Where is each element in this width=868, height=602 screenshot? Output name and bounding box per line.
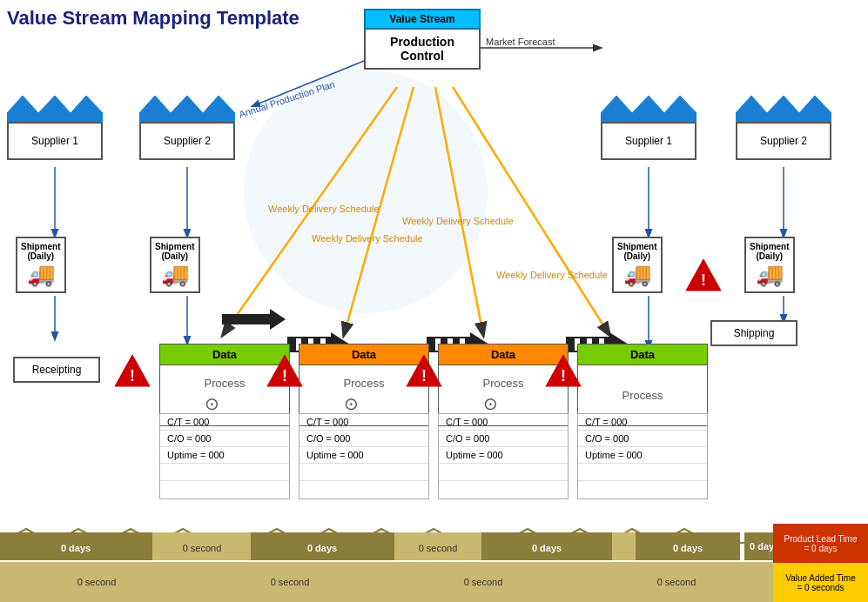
warning-triangle-3: ! [544,353,582,391]
receipting-box: Receipting [13,357,100,383]
production-control-box: Value Stream Production Control [364,9,481,70]
svg-text:!: ! [701,271,706,289]
data-box-2-extra2 [299,481,428,498]
supplier-right-1: Supplier 1 [601,89,696,160]
page-title: Value Stream Mapping Template [7,7,299,30]
weekly-delivery-3: Weekly Delivery Schedule [402,216,514,226]
truck-icon-left-2: 🚚 [155,261,195,288]
data-box-2-uptime: Uptime = 000 [299,447,428,464]
svg-text:0 second: 0 second [419,543,458,553]
data-box-2-extra1 [299,464,428,481]
svg-marker-14 [7,96,103,122]
supplier-right-2-body: Supplier 2 [736,122,831,160]
timeline-top: 0 days 0 days 0 days 0 days 0 second 0 s… [0,524,773,562]
svg-text:0 days: 0 days [307,543,337,553]
process-4-header: Data [577,344,708,365]
truck-icon-right-2: 🚚 [750,261,790,288]
truck-icon-right-1: 🚚 [617,261,657,288]
warning-triangle-0: ! [113,353,151,391]
shipment-right-2: Shipment(Daily) 🚚 [744,237,795,293]
svg-text:0 second: 0 second [183,543,222,553]
data-box-2-ct: C/T = 000 [299,414,428,431]
data-box-4-extra2 [578,481,707,498]
data-box-1-co: C/O = 000 [160,431,289,447]
factory-roof-svg [7,89,103,122]
shipping-box: Shipping [710,320,797,346]
supplier-left-2: Supplier 2 [139,89,235,160]
data-box-3-ct: C/T = 000 [439,414,568,431]
factory-roof-svg-2 [139,89,235,122]
data-box-4: C/T = 000 C/O = 000 Uptime = 000 [577,413,708,499]
svg-marker-17 [736,96,831,122]
market-forecast-label: Market Forecast [486,37,555,47]
data-box-1-extra1 [160,464,289,481]
tl-bottom-4: 0 second [580,562,773,602]
operator-icon-2: ⊙ [344,393,385,414]
timeline-svg: 0 days 0 days 0 days 0 days 0 second 0 s… [0,524,773,562]
factory-roof-svg-r1 [601,89,696,122]
weekly-delivery-1: Weekly Delivery Schedule [268,204,380,214]
weekly-delivery-4: Weekly Delivery Schedule [496,270,608,280]
supplier-right-1-body: Supplier 1 [601,122,696,160]
data-box-3-extra2 [439,481,568,498]
push-arrow [222,309,286,330]
data-box-4-extra1 [578,464,707,481]
pc-body: Production Control [364,30,481,70]
warning-triangle-1: ! [266,353,304,391]
shipment-right-2-box: Shipment(Daily) 🚚 [744,237,795,293]
warning-triangle-right: ! [684,258,723,296]
svg-text:0 days: 0 days [532,543,562,553]
shipment-left-2: Shipment(Daily) 🚚 [150,237,200,293]
data-box-3-extra1 [439,464,568,481]
supplier-right-2: Supplier 2 [736,89,831,160]
data-box-2: C/T = 000 C/O = 000 Uptime = 000 [299,413,429,499]
factory-roof-svg-r2 [736,89,831,122]
svg-text:!: ! [130,367,135,385]
operator-icon-1: ⊙ [205,393,246,414]
shipment-left-1-box: Shipment(Daily) 🚚 [16,237,66,293]
svg-text:!: ! [561,367,566,385]
data-box-1-uptime: Uptime = 000 [160,447,289,464]
shipment-right-1-box: Shipment(Daily) 🚚 [612,237,663,293]
timeline-bottom: 0 second 0 second 0 second 0 second [0,562,773,602]
svg-rect-34 [612,532,636,560]
data-box-4-co: C/O = 000 [578,431,707,447]
svg-text:0 days: 0 days [673,543,703,553]
svg-marker-15 [139,96,235,122]
summary-box: Product Lead Time= 0 days Value Added Ti… [773,524,868,602]
data-box-1-extra2 [160,481,289,498]
data-box-3-uptime: Uptime = 000 [439,447,568,464]
supplier-left-2-body: Supplier 2 [139,122,235,160]
shipment-left-1: Shipment(Daily) 🚚 [16,237,66,293]
operator-icon-3: ⊙ [483,393,524,414]
data-box-4-uptime: Uptime = 000 [578,447,707,464]
shipment-left-2-box: Shipment(Daily) 🚚 [150,237,200,293]
svg-text:!: ! [282,367,287,385]
svg-text:0 days: 0 days [61,543,91,553]
data-box-2-co: C/O = 000 [299,431,428,447]
shipment-right-1: Shipment(Daily) 🚚 [612,237,663,293]
truck-icon-left-1: 🚚 [21,261,61,288]
tl-bottom-2: 0 second [193,562,387,602]
summary-lead-time: Product Lead Time= 0 days [773,524,868,563]
supplier-left-1: Supplier 1 [7,89,103,160]
weekly-delivery-2: Weekly Delivery Schedule [312,233,423,244]
pc-header: Value Stream [364,9,481,30]
svg-text:!: ! [421,367,427,385]
tl-bottom-1: 0 second [0,562,193,602]
data-box-1: C/T = 000 C/O = 000 Uptime = 000 [159,413,290,499]
warning-triangle-2: ! [405,353,443,391]
tl-bottom-3: 0 second [387,562,580,602]
data-box-3-co: C/O = 000 [439,431,568,447]
data-box-3: C/T = 000 C/O = 000 Uptime = 000 [438,413,569,499]
summary-value-added: Value Added Time= 0 seconds [773,563,868,602]
svg-marker-16 [601,96,696,122]
data-box-4-ct: C/T = 000 [578,414,707,431]
timeline-area: 0 days 0 days 0 days 0 days 0 second 0 s… [0,524,868,602]
data-box-1-ct: C/T = 000 [160,414,289,431]
supplier-left-1-body: Supplier 1 [7,122,103,160]
